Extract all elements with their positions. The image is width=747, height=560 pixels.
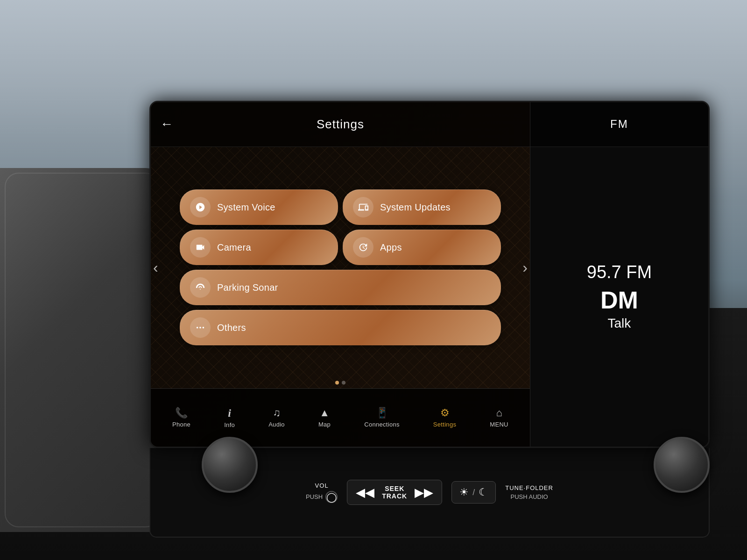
screen-header: ← Settings [151, 102, 530, 147]
brightness-controls[interactable]: ☀ / ☾ [451, 481, 496, 504]
audio-icon: ♫ [273, 407, 281, 419]
connections-label: Connections [364, 421, 400, 428]
menu-grid: System Voice System Updates [180, 189, 501, 345]
brightness-separator: / [472, 488, 475, 497]
nav-connections[interactable]: 📱 Connections [359, 404, 405, 431]
brightness-sun-icon: ☀ [459, 486, 469, 498]
seek-next-icon[interactable]: ▶▶ [415, 485, 433, 500]
nav-arrow-right[interactable]: › [522, 259, 528, 276]
svg-point-1 [199, 327, 201, 329]
seek-label-bottom: TRACK [382, 492, 407, 500]
settings-label: Settings [433, 421, 456, 428]
svg-point-2 [203, 327, 204, 329]
system-updates-button[interactable]: System Updates [343, 189, 501, 225]
screen-title: Settings [317, 117, 364, 132]
connections-icon: 📱 [376, 407, 388, 419]
phone-label: Phone [172, 421, 190, 428]
audio-push-label: PUSH AUDIO [510, 493, 548, 500]
fm-genre: Talk [608, 316, 631, 331]
nav-menu[interactable]: ⌂ MENU [484, 404, 514, 431]
fm-callsign: DM [600, 286, 638, 314]
tune-group: TUNE·FOLDER PUSH AUDIO [505, 484, 553, 500]
seek-label-top: SEEK [385, 485, 404, 492]
parking-sonar-icon [190, 277, 211, 298]
main-content: ‹ System Voice [151, 147, 530, 388]
camera-label: Camera [217, 242, 251, 253]
seek-controls[interactable]: ◀◀ SEEK TRACK ▶▶ [347, 480, 442, 505]
seat-left [0, 168, 164, 532]
bottom-nav: 📞 Phone i Info ♫ Audio ▲ Map 📱 C [151, 388, 530, 447]
menu-icon: ⌂ [496, 407, 502, 419]
fm-label: FM [610, 118, 628, 131]
left-panel: ← Settings ‹ Sys [151, 102, 530, 447]
system-voice-button[interactable]: System Voice [180, 189, 338, 225]
apps-button[interactable]: Apps [343, 230, 501, 265]
vol-push-row: PUSH ◯ [306, 491, 338, 503]
nav-phone[interactable]: 📞 Phone [167, 404, 196, 431]
nav-map[interactable]: ▲ Map [313, 404, 336, 431]
menu-label: MENU [490, 421, 508, 428]
fm-frequency: 95.7 FM [587, 262, 652, 282]
settings-icon: ⚙ [440, 407, 450, 419]
others-icon [190, 317, 211, 338]
brightness-moon-icon: ☾ [479, 486, 488, 498]
nav-arrow-left[interactable]: ‹ [153, 259, 158, 276]
brightness-group: ☀ / ☾ [451, 481, 496, 504]
dot-2 [342, 381, 345, 385]
parking-sonar-label: Parking Sonar [217, 282, 278, 293]
phone-icon: 📞 [175, 407, 188, 419]
info-label: Info [224, 421, 235, 428]
fm-content: 95.7 FM DM Talk [530, 147, 708, 447]
camera-button[interactable]: Camera [180, 230, 338, 265]
others-label: Others [217, 322, 246, 333]
tune-top-label: TUNE·FOLDER [505, 484, 553, 491]
fm-header: FM [530, 102, 708, 147]
nav-audio[interactable]: ♫ Audio [263, 404, 290, 431]
map-label: Map [318, 421, 331, 428]
nav-info[interactable]: i Info [218, 404, 240, 431]
system-updates-icon [353, 197, 374, 217]
page-dots [335, 381, 345, 385]
vol-group: VOL PUSH ◯ [306, 482, 338, 503]
right-panel: FM 95.7 FM DM Talk [530, 102, 708, 447]
screen-container: ← Settings ‹ Sys [149, 101, 710, 448]
audio-label: Audio [268, 421, 285, 428]
svg-point-0 [197, 327, 198, 329]
parking-sonar-button[interactable]: Parking Sonar [180, 270, 501, 305]
power-button[interactable]: ◯ [325, 491, 338, 503]
seek-group: ◀◀ SEEK TRACK ▶▶ [347, 480, 442, 505]
system-updates-label: System Updates [380, 202, 451, 213]
others-button[interactable]: Others [180, 310, 501, 345]
info-icon: i [228, 407, 231, 420]
apps-icon [353, 237, 374, 258]
system-voice-icon [190, 197, 211, 217]
map-icon: ▲ [319, 407, 330, 419]
tune-knob[interactable] [654, 437, 710, 493]
screen-display: ← Settings ‹ Sys [151, 102, 708, 447]
vol-top-label: VOL [315, 482, 329, 489]
system-voice-label: System Voice [217, 202, 275, 213]
seek-prev-icon[interactable]: ◀◀ [356, 485, 374, 500]
volume-knob[interactable] [202, 437, 258, 493]
nav-settings[interactable]: ⚙ Settings [428, 404, 462, 431]
push-label: PUSH [306, 493, 323, 500]
seek-mid: SEEK TRACK [378, 485, 411, 500]
back-button[interactable]: ← [160, 117, 173, 132]
apps-label: Apps [380, 242, 402, 253]
camera-icon [190, 237, 211, 258]
dot-1 [335, 381, 339, 385]
